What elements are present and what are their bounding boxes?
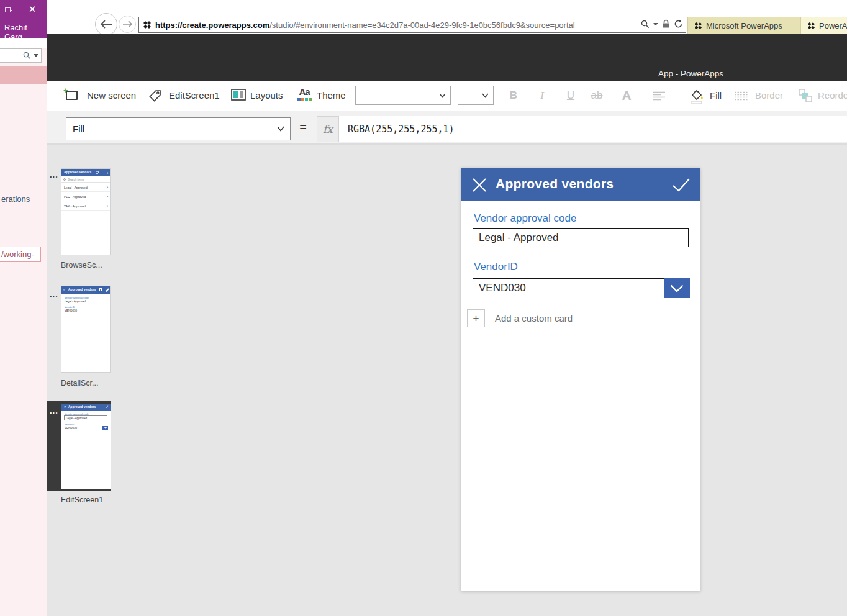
trash-icon [99,288,102,291]
search-icon[interactable] [641,20,650,29]
mini-dropdown-button [102,426,108,430]
studio-header: App - PowerApps File Home Insert Content… [47,34,847,81]
browser-back-button[interactable] [95,13,117,35]
background-app-strip: ✕ Rachit Garg erations /working- [0,0,47,616]
form-header: Approved vendors [461,168,700,201]
pencil-icon [106,288,109,291]
new-screen-button[interactable]: New screen [87,81,136,111]
thumbnail-browse-screen[interactable]: Approved vendors + Search items Legal - … [61,168,111,255]
sort-icon [102,171,102,174]
toolbar-divider [790,83,790,108]
new-screen-icon: + [66,91,78,100]
chevron-right-icon: › [107,185,108,189]
align-button[interactable] [652,91,666,101]
restore-window-icon[interactable] [5,6,12,12]
field-label: VendorID [474,261,518,273]
chevron-down-icon [482,93,489,98]
mini-list-item: PLC - Approved› [61,192,110,201]
tab-label: PowerApps [819,21,847,30]
property-name: Fill [73,124,84,134]
page-title: App - PowerApps [658,69,723,78]
font-size-select[interactable] [458,86,494,105]
tab-label: Microsoft PowerApps [706,21,782,30]
screen-options-button[interactable]: ... [50,170,58,179]
onenote-partial-text: erations [1,194,30,204]
screen-name-label[interactable]: EditScreen1 [61,496,103,504]
add-custom-card-label: Add a custom card [495,313,573,324]
mini-list-item: Legal - Approved› [61,183,110,192]
thumbnail-detail-screen[interactable]: ‹ Approved vendors Vendor approval code … [61,286,111,373]
field-label: Vendor approval code [474,212,576,225]
screen-options-button[interactable]: ... [50,289,58,299]
powerapps-favicon [694,22,702,30]
layouts-icon [231,89,246,101]
address-bar[interactable]: https://create.powerapps.com/studio/#env… [138,17,686,33]
onenote-link-cell[interactable]: /working- [0,247,41,262]
equals-sign: = [297,116,309,139]
screen-options-button[interactable]: ... [50,406,58,415]
dropdown-value: VEND030 [479,282,526,294]
fill-button[interactable]: Fill [710,81,722,111]
theme-button[interactable]: Theme [317,81,346,111]
refresh-icon[interactable] [674,19,683,29]
mini-edit-header: × Approved vendors ✓ [61,404,111,411]
bold-button[interactable]: B [504,81,523,111]
chevron-right-icon: › [107,204,108,208]
lock-icon [662,19,670,29]
mini-search-row: Search items [61,176,110,183]
screen-name-label[interactable]: BrowseSc... [61,261,102,270]
onenote-search-box[interactable] [0,48,42,63]
vendorid-dropdown[interactable]: VEND030 [473,278,689,297]
powerapps-studio-window: ✕ Rachit Garg erations /working- [0,0,847,616]
back-arrow-icon [100,20,112,29]
font-family-select[interactable] [355,86,451,105]
refresh-icon [96,171,99,174]
save-check-icon[interactable] [672,178,691,192]
thumbnail-edit-screen[interactable]: × Approved vendors ✓ Vendor approval cod… [61,404,111,489]
mini-detail-header: ‹ Approved vendors [61,286,110,294]
fx-icon[interactable]: fx [317,116,339,142]
screen-name-button[interactable]: EditScreen1 [169,81,220,111]
chevron-down-icon [34,54,38,57]
powerapps-favicon [807,22,815,30]
theme-icon: Aa [296,86,312,101]
search-icon [23,52,31,60]
underline-button[interactable]: U [561,81,580,111]
dropdown-chevron-button[interactable] [664,278,690,298]
chevron-down-icon [439,93,446,98]
chevron-down-icon[interactable] [653,23,658,25]
add-custom-card-button[interactable]: + Add a custom card [467,309,653,328]
chevron-right-icon: › [107,194,108,199]
browser-tab-active[interactable]: Microsoft PowerApps [687,17,800,34]
italic-button[interactable]: I [533,81,551,111]
border-button[interactable]: Border [755,81,783,111]
cancel-icon[interactable] [471,177,487,193]
browser-forward-button[interactable] [119,16,136,33]
reorder-button[interactable]: Reorder [818,81,847,111]
browser-tab[interactable]: PowerApps [800,17,847,34]
mini-browse-header: Approved vendors + [61,169,110,176]
form-title: Approved vendors [496,176,614,191]
forward-arrow-icon [122,20,132,28]
vendor-approval-code-input[interactable]: Legal - Approved [473,228,689,247]
formula-input[interactable]: RGBA(255,255,255,1) [339,116,847,142]
onenote-toolbar-strip [0,38,47,48]
panel-divider [132,145,132,616]
close-icon[interactable]: ✕ [26,3,38,16]
mini-text-input: Legal - Approved [64,415,107,420]
layouts-button[interactable]: Layouts [250,81,283,111]
plus-icon: + [467,309,485,327]
search-icon [63,178,66,181]
ribbon-toolbar: + New screen EditScreen1 Layouts Aa Them… [47,81,847,111]
check-icon: ✓ [106,405,109,409]
chevron-down-icon [670,284,684,292]
url-domain: create.powerapps.com [182,20,270,30]
font-color-button[interactable]: A [617,81,636,111]
workspace: ... Approved vendors + Search items Lega… [47,145,847,616]
strikethrough-button[interactable]: ab [586,81,607,111]
edit-form-canvas[interactable]: Approved vendors Vendor approval code Le… [461,168,700,591]
close-icon: × [64,405,66,409]
screen-name-label[interactable]: DetailScr... [61,379,98,387]
reorder-icon [798,88,813,103]
property-select[interactable]: Fill [66,117,291,140]
